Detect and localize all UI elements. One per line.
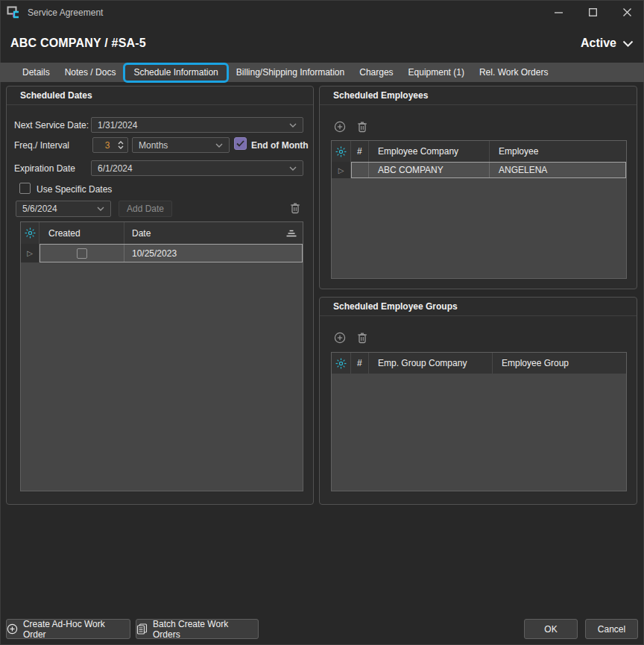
column-header-employee-company[interactable]: Employee Company (369, 141, 490, 162)
use-specific-dates-checkbox[interactable] (19, 183, 31, 194)
grid-customize-button[interactable] (332, 141, 351, 162)
employee-cell: ANGELENA (499, 165, 547, 175)
date-cell: 10/25/2023 (132, 248, 177, 259)
column-header-group-company[interactable]: Emp. Group Company (369, 353, 493, 374)
trash-icon (357, 332, 367, 344)
dates-grid-row[interactable]: ▷ 10/25/2023 (21, 244, 303, 262)
next-service-date-label: Next Service Date: (14, 120, 89, 130)
check-icon (236, 140, 244, 147)
ok-button[interactable]: OK (524, 619, 578, 639)
use-specific-dates-label: Use Specific Dates (37, 184, 112, 195)
cancel-button[interactable]: Cancel (585, 619, 638, 639)
plus-circle-icon (334, 121, 346, 133)
scheduled-employee-groups-panel: Scheduled Employee Groups (319, 297, 637, 505)
column-header-created[interactable]: Created (40, 222, 124, 244)
status-value: Active (581, 37, 616, 50)
scheduled-employees-panel: Scheduled Employees (319, 86, 637, 289)
end-of-month-label: End of Month (251, 140, 309, 151)
employee-groups-grid-header: # Emp. Group Company Employee Group (332, 353, 626, 374)
employee-groups-grid: # Emp. Group Company Employee Group (331, 352, 627, 491)
add-employee-button[interactable] (333, 120, 347, 133)
trash-icon (357, 121, 367, 133)
record-header: ABC COMPANY / #SA-5 Active (0, 25, 644, 62)
record-title: ABC COMPANY / #SA-5 (10, 37, 146, 50)
add-group-button[interactable] (333, 331, 347, 344)
status-chevron-icon (622, 40, 634, 47)
new-date-picker[interactable]: 5/6/2024 (16, 201, 111, 217)
batch-create-work-orders-button[interactable]: Batch Create Work Orders (136, 619, 259, 639)
scheduled-employees-title: Scheduled Employees (320, 86, 637, 105)
employees-grid-row[interactable]: ▷ ABC COMPANY ANGELENA (332, 162, 626, 178)
service-agreement-dialog: Service Agreement ABC COMPANY / #SA-5 Ac… (0, 0, 644, 645)
dates-grid-header: Created Date (21, 222, 303, 244)
row-expander-icon[interactable]: ▷ (338, 166, 344, 174)
status-dropdown[interactable]: Active (581, 37, 634, 50)
scheduled-dates-panel: Scheduled Dates Next Service Date: 1/31/… (6, 86, 314, 505)
close-button[interactable] (610, 0, 644, 25)
grid-customize-button[interactable] (21, 222, 40, 244)
add-date-button[interactable]: Add Date (119, 201, 172, 217)
end-of-month-checkbox[interactable] (234, 137, 247, 150)
column-header-date[interactable]: Date (124, 222, 303, 244)
customize-sun-icon (335, 358, 347, 369)
chevron-down-icon (97, 207, 104, 211)
documents-icon (136, 623, 148, 635)
employees-grid: # Employee Company Employee ▷ ABC COMPAN… (331, 140, 627, 279)
freq-interval-label: Freq./ Interval (14, 140, 69, 151)
dates-grid: Created Date ▷ (20, 221, 303, 491)
next-service-date-input[interactable]: 1/31/2024 (91, 117, 303, 133)
expiration-date-input[interactable]: 6/1/2024 (91, 160, 303, 176)
tab-equipment[interactable]: Equipment (1) (401, 63, 472, 82)
close-icon (623, 8, 631, 16)
tab-bar: Details Notes / Docs Schedule Informatio… (0, 63, 644, 82)
spinner-up-icon (118, 141, 124, 145)
tab-details[interactable]: Details (15, 63, 57, 82)
minimize-icon (555, 12, 563, 13)
trash-icon (290, 202, 300, 214)
employees-grid-header: # Employee Company Employee (332, 141, 626, 162)
app-logo-icon (7, 6, 22, 19)
column-header-employee[interactable]: Employee (490, 141, 626, 162)
title-bar: Service Agreement (0, 0, 644, 25)
plus-circle-icon (7, 623, 18, 635)
freq-interval-spinner[interactable]: 3 (92, 137, 128, 153)
column-header-number[interactable]: # (351, 353, 369, 374)
delete-group-button[interactable] (356, 331, 369, 344)
expiration-date-label: Expiration Date (14, 163, 75, 174)
window-controls (541, 0, 644, 25)
tab-notes-docs[interactable]: Notes / Docs (57, 63, 124, 82)
tab-billing-shipping[interactable]: Billing/Shipping Information (229, 63, 352, 82)
row-expander-icon[interactable]: ▷ (27, 249, 33, 257)
plus-circle-icon (334, 332, 346, 344)
tab-schedule-information[interactable]: Schedule Information (123, 63, 228, 83)
chevron-down-icon (289, 166, 297, 171)
sort-icon[interactable] (286, 230, 297, 237)
customize-sun-icon (25, 227, 36, 239)
maximize-icon (589, 8, 597, 16)
customize-sun-icon (335, 146, 347, 157)
tab-rel-work-orders[interactable]: Rel. Work Orders (472, 63, 555, 82)
window-title: Service Agreement (28, 7, 103, 18)
spinner-buttons[interactable] (118, 141, 124, 149)
create-adhoc-work-order-button[interactable]: Create Ad-Hoc Work Order (6, 619, 130, 639)
freq-unit-select[interactable]: Months (132, 137, 230, 153)
created-checkbox[interactable] (77, 248, 87, 259)
chevron-down-icon (215, 143, 223, 148)
column-header-employee-group[interactable]: Employee Group (493, 353, 626, 374)
column-header-number[interactable]: # (351, 141, 369, 162)
maximize-button[interactable] (575, 0, 610, 25)
delete-date-button[interactable] (288, 201, 302, 215)
tab-charges[interactable]: Charges (352, 63, 400, 82)
chevron-down-icon (289, 123, 297, 128)
grid-customize-button[interactable] (332, 353, 351, 374)
spinner-down-icon (118, 145, 124, 149)
scheduled-dates-title: Scheduled Dates (7, 86, 313, 105)
employee-company-cell: ABC COMPANY (378, 165, 443, 175)
scheduled-employee-groups-title: Scheduled Employee Groups (320, 298, 637, 316)
minimize-button[interactable] (541, 0, 575, 25)
delete-employee-button[interactable] (356, 120, 369, 133)
